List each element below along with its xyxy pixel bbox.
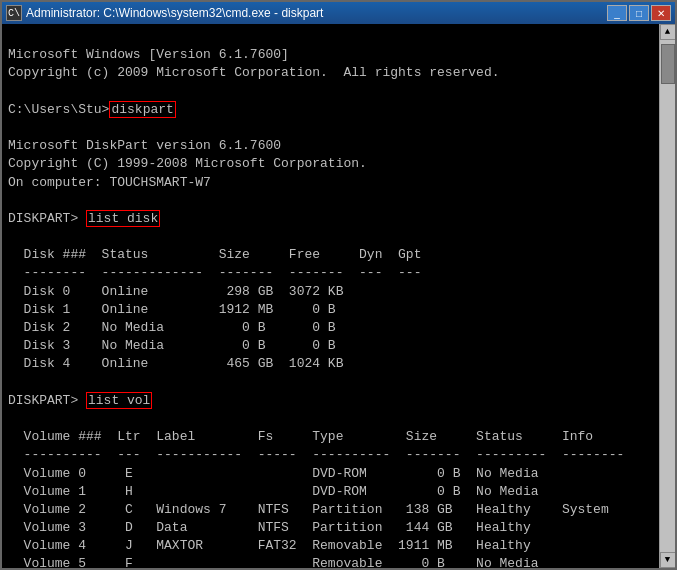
vol-header: Volume ### Ltr Label Fs Type Size Status… <box>8 429 593 444</box>
list-vol-cmd: list vol <box>86 392 152 409</box>
disk-divider: -------- ------------- ------- ------- -… <box>8 265 421 280</box>
line-6: Microsoft DiskPart version 6.1.7600 <box>8 138 281 153</box>
list-disk-cmd: list disk <box>86 210 160 227</box>
vol-5: Volume 5 F Removable 0 B No Media <box>8 556 539 568</box>
disk-0: Disk 0 Online 298 GB 3072 KB <box>8 284 343 299</box>
title-bar-left: C\ Administrator: C:\Windows\system32\cm… <box>6 5 323 21</box>
title-bar: C\ Administrator: C:\Windows\system32\cm… <box>2 2 675 24</box>
title-buttons: _ □ ✕ <box>607 5 671 21</box>
line-10: DISKPART> list disk <box>8 210 160 227</box>
vol-divider: ---------- --- ----------- ----- -------… <box>8 447 624 462</box>
diskpart-cmd: diskpart <box>109 101 175 118</box>
line-2: Copyright (c) 2009 Microsoft Corporation… <box>8 65 499 80</box>
disk-3: Disk 3 No Media 0 B 0 B <box>8 338 336 353</box>
window-title: Administrator: C:\Windows\system32\cmd.e… <box>26 6 323 20</box>
vol-0: Volume 0 E DVD-ROM 0 B No Media <box>8 466 539 481</box>
disk-4: Disk 4 Online 465 GB 1024 KB <box>8 356 343 371</box>
window-icon: C\ <box>6 5 22 21</box>
minimize-button[interactable]: _ <box>607 5 627 21</box>
maximize-button[interactable]: □ <box>629 5 649 21</box>
disk-2: Disk 2 No Media 0 B 0 B <box>8 320 336 335</box>
vol-2: Volume 2 C Windows 7 NTFS Partition 138 … <box>8 502 609 517</box>
scrollbar[interactable]: ▲ ▼ <box>659 24 675 568</box>
scroll-down-button[interactable]: ▼ <box>660 552 676 568</box>
close-button[interactable]: ✕ <box>651 5 671 21</box>
cmd-window: C\ Administrator: C:\Windows\system32\cm… <box>0 0 677 570</box>
vol-3: Volume 3 D Data NTFS Partition 144 GB He… <box>8 520 531 535</box>
scroll-thumb[interactable] <box>661 44 675 84</box>
line-1: Microsoft Windows [Version 6.1.7600] <box>8 47 289 62</box>
vol-4: Volume 4 J MAXTOR FAT32 Removable 1911 M… <box>8 538 531 553</box>
scroll-up-button[interactable]: ▲ <box>660 24 676 40</box>
line-list-vol: DISKPART> list vol <box>8 392 152 409</box>
vol-1: Volume 1 H DVD-ROM 0 B No Media <box>8 484 539 499</box>
disk-1: Disk 1 Online 1912 MB 0 B <box>8 302 336 317</box>
disk-header: Disk ### Status Size Free Dyn Gpt <box>8 247 421 262</box>
content-area: Microsoft Windows [Version 6.1.7600] Cop… <box>2 24 675 568</box>
line-4: C:\Users\Stu>diskpart <box>8 101 176 118</box>
line-8: On computer: TOUCHSMART-W7 <box>8 175 211 190</box>
line-7: Copyright (C) 1999-2008 Microsoft Corpor… <box>8 156 367 171</box>
terminal-output[interactable]: Microsoft Windows [Version 6.1.7600] Cop… <box>2 24 659 568</box>
scroll-track[interactable] <box>660 40 675 552</box>
